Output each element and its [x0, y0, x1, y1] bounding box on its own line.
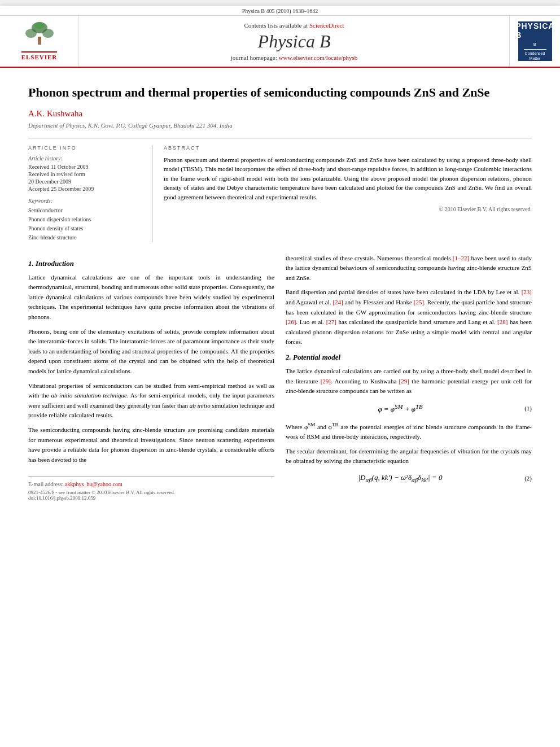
elsevier-logo: ELSEVIER	[5, 21, 74, 62]
journal-header: Physica B 405 (2010) 1638–1642	[0, 6, 560, 68]
date-accepted: Accepted 25 December 2009	[28, 186, 143, 192]
ref-27[interactable]: [27]	[326, 318, 336, 325]
ref-29[interactable]: [29]	[321, 378, 331, 385]
section2-heading: 2. Potential model	[286, 353, 532, 362]
keyword-4: Zinc-blende structure	[28, 233, 143, 242]
homepage-link[interactable]: www.elsevier.com/locate/physb	[279, 54, 358, 61]
article-title: Phonon spectrum and thermal properties o…	[28, 85, 532, 101]
abstract-text: Phonon spectrum and thermal properties o…	[164, 155, 532, 202]
svg-point-6	[38, 41, 41, 44]
equation-1-content: φ = φSM + φTB	[286, 403, 515, 414]
italic-ab-initio: ab initio simulation technique	[51, 392, 127, 399]
page-footer: E-mail address: akkphys_bu@yahoo.com 092…	[28, 476, 274, 501]
sciencedirect-link[interactable]: ScienceDirect	[309, 22, 344, 29]
abstract-copyright: © 2010 Elsevier B.V. All rights reserved…	[164, 206, 532, 212]
body-left-column: 1. Introduction Lattice dynamical calcul…	[28, 254, 274, 501]
elsevier-brand-name: ELSEVIER	[21, 51, 58, 60]
svg-point-2	[25, 29, 37, 38]
date-revised-label: Received in revised form	[28, 171, 143, 177]
equation-1-text: φ = φSM + φTB	[378, 405, 422, 413]
sciencedirect-prefix: Contents lists available at	[244, 22, 308, 29]
section1-para2: Phonons, being one of the elementary exc…	[28, 327, 274, 377]
ref-23[interactable]: [23]	[522, 289, 532, 295]
ref-25[interactable]: [25]	[414, 299, 424, 305]
author-affiliation: Department of Physics, K.N. Govt. P.G. C…	[28, 122, 532, 129]
abstract-heading: ABSTRACT	[164, 145, 532, 151]
equation-2-block: |Dαβ(q, kk′) − ω²δαβδkk′| = 0 (2)	[286, 473, 532, 483]
journal-homepage: journal homepage: www.elsevier.com/locat…	[231, 54, 358, 61]
svg-point-3	[42, 29, 54, 38]
elsevier-logo-area: ELSEVIER	[0, 16, 79, 67]
page: Physica B 405 (2010) 1638–1642	[0, 6, 560, 747]
journal-top-bar: Physica B 405 (2010) 1638–1642	[0, 6, 560, 16]
homepage-prefix: journal homepage:	[231, 54, 277, 61]
journal-title: Physica B	[258, 31, 331, 52]
section1-para1: Lattice dynamical calculations are one o…	[28, 273, 274, 322]
article-info-heading: ARTICLE INFO	[28, 145, 143, 151]
keyword-2: Phonon dispersion relations	[28, 215, 143, 224]
ref-28[interactable]: [28]	[497, 318, 508, 325]
italic-ab-initio-2: ab initio	[190, 402, 211, 409]
ref-link-1-22[interactable]: [1–22]	[453, 255, 469, 261]
equation-2-number: (2)	[515, 475, 532, 482]
email-label: E-mail address:	[28, 481, 63, 487]
ref-29b[interactable]: [29]	[399, 378, 409, 385]
sciencedirect-info: Contents lists available at ScienceDirec…	[244, 22, 344, 29]
equation-2-content: |Dαβ(q, kk′) − ω²δαβδkk′| = 0	[286, 473, 515, 483]
equation1-continuation: The secular determinant, for determining…	[286, 447, 532, 466]
section1-right-para2: Band dispersion and partial densities of…	[286, 287, 532, 347]
journal-center: Contents lists available at ScienceDirec…	[79, 16, 509, 67]
info-abstract-section: ARTICLE INFO Article history: Received 1…	[28, 138, 532, 242]
author-name: A.K. Kushwaha	[28, 109, 532, 119]
equation1-description: Where φSM and φTB are the potential ener…	[286, 421, 532, 442]
elsevier-tree-icon	[20, 21, 59, 49]
article-content: Phonon spectrum and thermal properties o…	[0, 68, 560, 518]
physica-b-mini-label: PHYSICA B	[515, 21, 554, 40]
equation-2-text: |Dαβ(q, kk′) − ω²δαβδkk′| = 0	[358, 473, 443, 482]
section1-para3: Vibrational properties of semiconductors…	[28, 381, 274, 421]
keyword-1: Semiconductor	[28, 206, 143, 215]
equation-1-block: φ = φSM + φTB (1)	[286, 403, 532, 414]
article-info-column: ARTICLE INFO Article history: Received 1…	[28, 145, 152, 242]
ref-26[interactable]: [26]	[286, 318, 296, 325]
keywords-list: Semiconductor Phonon dispersion relation…	[28, 206, 143, 242]
physica-b-cover: PHYSICA B B Condensed Matter	[518, 21, 552, 61]
date-received: Received 11 October 2009	[28, 164, 143, 170]
ref-24[interactable]: [24]	[333, 299, 343, 305]
abstract-column: ABSTRACT Phonon spectrum and thermal pro…	[164, 145, 532, 242]
section1-right-para1: theoretical studies of these crystals. N…	[286, 254, 532, 283]
journal-cover-right: PHYSICA B B Condensed Matter	[509, 16, 560, 67]
svg-point-5	[34, 22, 45, 29]
footer-doi: doi:10.1016/j.physb.2009.12.059	[28, 495, 274, 501]
article-body: 1. Introduction Lattice dynamical calcul…	[28, 254, 532, 501]
keyword-3: Phonon density of states	[28, 224, 143, 233]
section1-para4: The semiconducting compounds having zinc…	[28, 425, 274, 465]
volume-info: Physica B 405 (2010) 1638–1642	[242, 8, 318, 14]
journal-main-header: ELSEVIER Contents lists available at Sci…	[0, 16, 560, 67]
section1-heading: 1. Introduction	[28, 259, 274, 268]
date-revised: 20 December 2009	[28, 178, 143, 185]
email-line: E-mail address: akkphys_bu@yahoo.com	[28, 481, 274, 487]
body-right-column: theoretical studies of these crystals. N…	[286, 254, 532, 501]
cover-details: B Condensed Matter	[524, 42, 546, 61]
equation-1-number: (1)	[515, 405, 532, 412]
article-history-label: Article history:	[28, 155, 143, 161]
keywords-label: Keywords:	[28, 198, 143, 204]
section2-para1: The lattice dynamical calculations are c…	[286, 366, 532, 396]
footer-copyright: 0921-4526/$ - see front matter © 2010 El…	[28, 490, 274, 495]
email-link[interactable]: akkphys_bu@yahoo.com	[65, 481, 123, 487]
